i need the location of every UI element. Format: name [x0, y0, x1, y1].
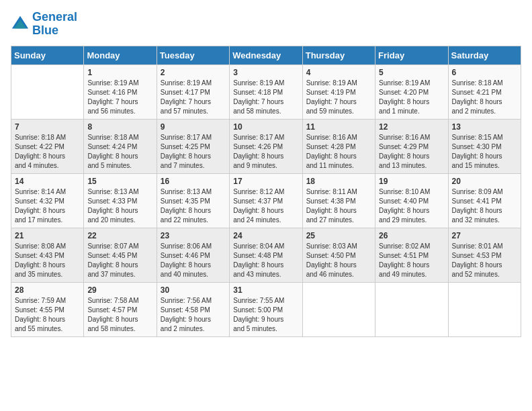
calendar-cell: 27Sunrise: 8:01 AM Sunset: 4:53 PM Dayli… [448, 228, 521, 282]
day-number: 8 [87, 122, 152, 132]
day-number: 19 [379, 177, 444, 186]
day-number: 3 [233, 68, 298, 77]
calendar-cell: 1Sunrise: 8:19 AM Sunset: 4:16 PM Daylig… [84, 64, 157, 119]
day-number: 13 [452, 122, 517, 132]
day-header-saturday: Saturday [448, 46, 521, 64]
cell-info: Sunrise: 8:18 AM Sunset: 4:21 PM Dayligh… [452, 79, 517, 116]
cell-info: Sunrise: 8:19 AM Sunset: 4:18 PM Dayligh… [233, 79, 298, 116]
cell-info: Sunrise: 8:17 AM Sunset: 4:25 PM Dayligh… [161, 133, 226, 171]
calendar-cell [448, 282, 521, 336]
logo-text: GeneralBlue [32, 11, 77, 38]
day-number: 7 [15, 122, 80, 132]
cell-info: Sunrise: 8:14 AM Sunset: 4:32 PM Dayligh… [15, 187, 80, 225]
day-number: 24 [233, 231, 298, 240]
week-row-5: 28Sunrise: 7:59 AM Sunset: 4:55 PM Dayli… [11, 282, 521, 336]
day-header-monday: Monday [84, 46, 157, 64]
page-header: GeneralBlue [11, 11, 521, 38]
cell-info: Sunrise: 8:01 AM Sunset: 4:53 PM Dayligh… [452, 242, 517, 279]
calendar-cell: 7Sunrise: 8:18 AM Sunset: 4:22 PM Daylig… [11, 119, 84, 173]
calendar-cell: 19Sunrise: 8:10 AM Sunset: 4:40 PM Dayli… [375, 173, 448, 228]
calendar-cell: 31Sunrise: 7:55 AM Sunset: 5:00 PM Dayli… [230, 282, 302, 336]
day-number: 11 [306, 122, 371, 132]
calendar-cell: 21Sunrise: 8:08 AM Sunset: 4:43 PM Dayli… [11, 228, 84, 282]
calendar-cell: 8Sunrise: 8:18 AM Sunset: 4:24 PM Daylig… [84, 119, 157, 173]
day-number: 2 [161, 68, 226, 77]
day-number: 5 [379, 68, 444, 77]
cell-info: Sunrise: 8:15 AM Sunset: 4:30 PM Dayligh… [452, 133, 517, 171]
cell-info: Sunrise: 8:16 AM Sunset: 4:28 PM Dayligh… [306, 133, 371, 171]
calendar-cell: 11Sunrise: 8:16 AM Sunset: 4:28 PM Dayli… [302, 119, 375, 173]
cell-info: Sunrise: 8:08 AM Sunset: 4:43 PM Dayligh… [15, 242, 80, 279]
day-number: 14 [15, 177, 80, 186]
day-number: 4 [306, 68, 371, 77]
logo: GeneralBlue [11, 11, 77, 38]
calendar-cell: 5Sunrise: 8:19 AM Sunset: 4:20 PM Daylig… [375, 64, 448, 119]
calendar-cell: 10Sunrise: 8:17 AM Sunset: 4:26 PM Dayli… [230, 119, 302, 173]
day-header-wednesday: Wednesday [230, 46, 302, 64]
day-number: 16 [161, 177, 226, 186]
cell-info: Sunrise: 8:02 AM Sunset: 4:51 PM Dayligh… [379, 242, 444, 279]
calendar-cell: 6Sunrise: 8:18 AM Sunset: 4:21 PM Daylig… [448, 64, 521, 119]
cell-info: Sunrise: 7:58 AM Sunset: 4:57 PM Dayligh… [87, 296, 152, 334]
day-header-sunday: Sunday [11, 46, 84, 64]
calendar-cell: 22Sunrise: 8:07 AM Sunset: 4:45 PM Dayli… [84, 228, 157, 282]
logo-icon [11, 15, 30, 34]
calendar-cell: 12Sunrise: 8:16 AM Sunset: 4:29 PM Dayli… [375, 119, 448, 173]
calendar-cell: 25Sunrise: 8:03 AM Sunset: 4:50 PM Dayli… [302, 228, 375, 282]
cell-info: Sunrise: 8:06 AM Sunset: 4:46 PM Dayligh… [161, 242, 226, 279]
cell-info: Sunrise: 8:18 AM Sunset: 4:22 PM Dayligh… [15, 133, 80, 171]
day-number: 27 [452, 231, 517, 240]
cell-info: Sunrise: 8:10 AM Sunset: 4:40 PM Dayligh… [379, 187, 444, 225]
calendar-cell: 15Sunrise: 8:13 AM Sunset: 4:33 PM Dayli… [84, 173, 157, 228]
day-number: 31 [233, 285, 298, 295]
calendar-cell: 4Sunrise: 8:19 AM Sunset: 4:19 PM Daylig… [302, 64, 375, 119]
day-number: 28 [15, 285, 80, 295]
day-header-friday: Friday [375, 46, 448, 64]
calendar-cell: 26Sunrise: 8:02 AM Sunset: 4:51 PM Dayli… [375, 228, 448, 282]
cell-info: Sunrise: 8:17 AM Sunset: 4:26 PM Dayligh… [233, 133, 298, 171]
cell-info: Sunrise: 8:11 AM Sunset: 4:38 PM Dayligh… [306, 187, 371, 225]
cell-info: Sunrise: 8:19 AM Sunset: 4:16 PM Dayligh… [87, 79, 152, 116]
week-row-1: 1Sunrise: 8:19 AM Sunset: 4:16 PM Daylig… [11, 64, 521, 119]
week-row-2: 7Sunrise: 8:18 AM Sunset: 4:22 PM Daylig… [11, 119, 521, 173]
cell-info: Sunrise: 7:59 AM Sunset: 4:55 PM Dayligh… [15, 296, 80, 334]
cell-info: Sunrise: 8:03 AM Sunset: 4:50 PM Dayligh… [306, 242, 371, 279]
cell-info: Sunrise: 8:18 AM Sunset: 4:24 PM Dayligh… [87, 133, 152, 171]
calendar-cell: 2Sunrise: 8:19 AM Sunset: 4:17 PM Daylig… [157, 64, 229, 119]
cell-info: Sunrise: 8:04 AM Sunset: 4:48 PM Dayligh… [233, 242, 298, 279]
day-number: 23 [161, 231, 226, 240]
day-number: 18 [306, 177, 371, 186]
day-header-tuesday: Tuesday [157, 46, 229, 64]
calendar-cell: 29Sunrise: 7:58 AM Sunset: 4:57 PM Dayli… [84, 282, 157, 336]
calendar-cell: 23Sunrise: 8:06 AM Sunset: 4:46 PM Dayli… [157, 228, 229, 282]
day-number: 12 [379, 122, 444, 132]
cell-info: Sunrise: 8:13 AM Sunset: 4:35 PM Dayligh… [161, 187, 226, 225]
day-number: 9 [161, 122, 226, 132]
cell-info: Sunrise: 8:12 AM Sunset: 4:37 PM Dayligh… [233, 187, 298, 225]
week-row-4: 21Sunrise: 8:08 AM Sunset: 4:43 PM Dayli… [11, 228, 521, 282]
cell-info: Sunrise: 7:56 AM Sunset: 4:58 PM Dayligh… [161, 296, 226, 334]
cell-info: Sunrise: 8:19 AM Sunset: 4:20 PM Dayligh… [379, 79, 444, 116]
cell-info: Sunrise: 7:55 AM Sunset: 5:00 PM Dayligh… [233, 296, 298, 334]
cell-info: Sunrise: 8:19 AM Sunset: 4:17 PM Dayligh… [161, 79, 226, 116]
calendar-cell: 17Sunrise: 8:12 AM Sunset: 4:37 PM Dayli… [230, 173, 302, 228]
day-number: 25 [306, 231, 371, 240]
day-header-thursday: Thursday [302, 46, 375, 64]
cell-info: Sunrise: 8:07 AM Sunset: 4:45 PM Dayligh… [87, 242, 152, 279]
cell-info: Sunrise: 8:16 AM Sunset: 4:29 PM Dayligh… [379, 133, 444, 171]
calendar-cell: 24Sunrise: 8:04 AM Sunset: 4:48 PM Dayli… [230, 228, 302, 282]
cell-info: Sunrise: 8:13 AM Sunset: 4:33 PM Dayligh… [87, 187, 152, 225]
day-number: 30 [161, 285, 226, 295]
day-number: 17 [233, 177, 298, 186]
calendar-cell: 30Sunrise: 7:56 AM Sunset: 4:58 PM Dayli… [157, 282, 229, 336]
calendar-cell: 3Sunrise: 8:19 AM Sunset: 4:18 PM Daylig… [230, 64, 302, 119]
calendar-cell [302, 282, 375, 336]
calendar-cell: 13Sunrise: 8:15 AM Sunset: 4:30 PM Dayli… [448, 119, 521, 173]
calendar-cell: 16Sunrise: 8:13 AM Sunset: 4:35 PM Dayli… [157, 173, 229, 228]
day-number: 21 [15, 231, 80, 240]
calendar-header-row: SundayMondayTuesdayWednesdayThursdayFrid… [11, 46, 521, 64]
day-number: 1 [87, 68, 152, 77]
day-number: 29 [87, 285, 152, 295]
week-row-3: 14Sunrise: 8:14 AM Sunset: 4:32 PM Dayli… [11, 173, 521, 228]
day-number: 22 [87, 231, 152, 240]
